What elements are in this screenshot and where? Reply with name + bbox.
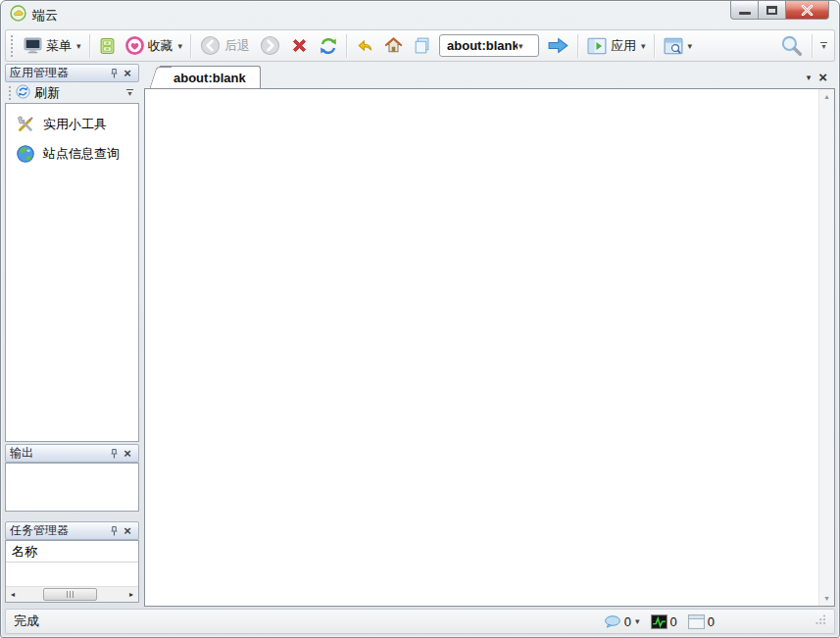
horizontal-scrollbar[interactable]: ◂ ▸: [6, 586, 138, 602]
sidebar-item-utilities[interactable]: 实用小工具: [6, 110, 138, 139]
nav-back-circle-icon: [200, 35, 221, 56]
output-textarea[interactable]: [5, 463, 139, 512]
app-manager-toolbar: 刷新 ▾: [5, 82, 139, 103]
toolbar-separator: [346, 34, 348, 58]
address-combobox[interactable]: ▾: [439, 34, 539, 57]
cabinet-button[interactable]: [94, 34, 121, 58]
app-window: 端云 菜单 ▾ 收藏 ▾ 后退: [0, 0, 840, 638]
maximize-button[interactable]: [758, 1, 786, 20]
task-manager-title: 任务管理器: [10, 522, 69, 539]
pin-icon[interactable]: [107, 524, 121, 538]
scroll-up-icon[interactable]: ▴: [824, 92, 828, 101]
output-header: 输出 ×: [5, 444, 139, 463]
pages-button[interactable]: [408, 33, 436, 58]
maximize-icon: [766, 6, 777, 15]
back-label: 后退: [224, 37, 250, 55]
activity-count: 0: [670, 614, 677, 629]
sidebar-item-label: 实用小工具: [43, 116, 107, 133]
scrollbar-track[interactable]: [20, 587, 124, 602]
address-input[interactable]: [447, 38, 518, 53]
close-button[interactable]: [785, 1, 829, 20]
panel-overflow-button[interactable]: ▾: [123, 87, 137, 99]
window-search-button[interactable]: ▾: [659, 34, 698, 58]
browser-content: ▴ ▾: [144, 88, 835, 607]
home-icon: [384, 36, 403, 55]
drawer-cabinet-icon: [99, 37, 116, 55]
statusbar-counters: 0 ▾ 0 0: [596, 613, 826, 630]
scroll-down-icon[interactable]: ▾: [824, 594, 828, 603]
app-manager-title: 应用管理器: [10, 65, 69, 81]
titlebar: 端云: [1, 1, 839, 29]
chevron-down-icon[interactable]: ▾: [635, 616, 640, 626]
chevron-down-icon: ▾: [76, 41, 81, 51]
refresh-button[interactable]: [314, 33, 343, 59]
chevron-down-icon: ▾: [127, 91, 131, 97]
sidebar-item-site-info[interactable]: 站点信息查询: [6, 139, 138, 169]
main-toolbar: 菜单 ▾ 收藏 ▾ 后退: [5, 29, 835, 62]
toolbar-separator: [812, 34, 814, 58]
chevron-down-icon: ▾: [688, 41, 693, 51]
scroll-right-icon[interactable]: ▸: [124, 590, 138, 599]
go-arrow-icon: [547, 36, 569, 55]
window-count: 0: [708, 614, 715, 629]
toolbar-overflow-button[interactable]: ▾: [816, 40, 831, 52]
chevron-down-icon[interactable]: ▾: [519, 41, 523, 51]
tab-list-dropdown-icon[interactable]: ▾: [807, 73, 812, 82]
main-area: about:blank ▾ × ▴ ▾: [144, 64, 835, 607]
window-icon: [688, 614, 705, 629]
resize-grip-icon[interactable]: [815, 613, 826, 628]
back-button[interactable]: 后退: [195, 32, 255, 59]
toolbar-grip[interactable]: [11, 35, 15, 57]
search-icon: [779, 33, 804, 58]
close-icon[interactable]: ×: [121, 524, 134, 538]
home-button[interactable]: [379, 33, 408, 58]
tab-close-icon[interactable]: ×: [818, 72, 827, 83]
vertical-scrollbar[interactable]: ▴ ▾: [818, 89, 834, 606]
pin-icon[interactable]: [107, 447, 121, 461]
toolbar-separator: [577, 34, 579, 58]
app-manager-header: 应用管理器 ×: [5, 64, 139, 82]
blank-page[interactable]: [145, 89, 818, 606]
forward-button[interactable]: [255, 32, 285, 59]
toolbar-separator: [654, 34, 656, 58]
chevron-down-icon: ▾: [178, 41, 183, 51]
toolbar-grip[interactable]: [9, 86, 13, 100]
app-manager-panel: 应用管理器 × 刷新 ▾: [5, 64, 139, 442]
statusbar: 完成 0 ▾ 0 0: [5, 609, 835, 634]
favorites-button[interactable]: 收藏 ▾: [121, 33, 188, 58]
task-column-header-name[interactable]: 名称: [6, 541, 138, 563]
go-button[interactable]: [542, 33, 574, 58]
task-table-body: [6, 563, 138, 586]
pin-icon[interactable]: [107, 67, 121, 80]
stop-x-icon: [290, 36, 309, 55]
favorites-label: 收藏: [148, 37, 173, 55]
menu-button[interactable]: 菜单 ▾: [19, 34, 86, 58]
pages-icon: [413, 36, 431, 55]
window-body: 应用管理器 × 刷新 ▾: [5, 64, 835, 607]
tab-about-blank[interactable]: about:blank: [160, 66, 261, 88]
activity-counter[interactable]: 0: [651, 614, 677, 629]
apps-button[interactable]: 应用 ▾: [582, 34, 651, 58]
tab-controls: ▾ ×: [799, 72, 835, 88]
output-title: 输出: [10, 445, 33, 462]
refresh-icon: [319, 36, 338, 56]
scroll-left-icon[interactable]: ◂: [6, 590, 20, 599]
undo-button[interactable]: [351, 33, 379, 58]
chat-counter[interactable]: 0 ▾: [604, 614, 640, 629]
stop-button[interactable]: [285, 33, 314, 58]
minimize-button[interactable]: [730, 1, 759, 20]
toolbar-separator: [89, 34, 91, 58]
scrollbar-thumb[interactable]: [43, 588, 98, 601]
close-icon[interactable]: ×: [121, 67, 134, 80]
task-manager-header: 任务管理器 ×: [5, 521, 139, 540]
chat-count: 0: [624, 614, 631, 629]
chevron-down-icon: ▾: [821, 44, 825, 50]
status-text: 完成: [14, 613, 39, 630]
search-button[interactable]: [774, 30, 809, 61]
window-counter[interactable]: 0: [688, 614, 715, 629]
toolbar-separator: [190, 34, 192, 58]
refresh-small-icon[interactable]: [16, 84, 30, 102]
task-table: 名称 ◂ ▸: [5, 540, 139, 603]
close-icon[interactable]: ×: [121, 447, 134, 461]
refresh-label[interactable]: 刷新: [34, 84, 60, 102]
